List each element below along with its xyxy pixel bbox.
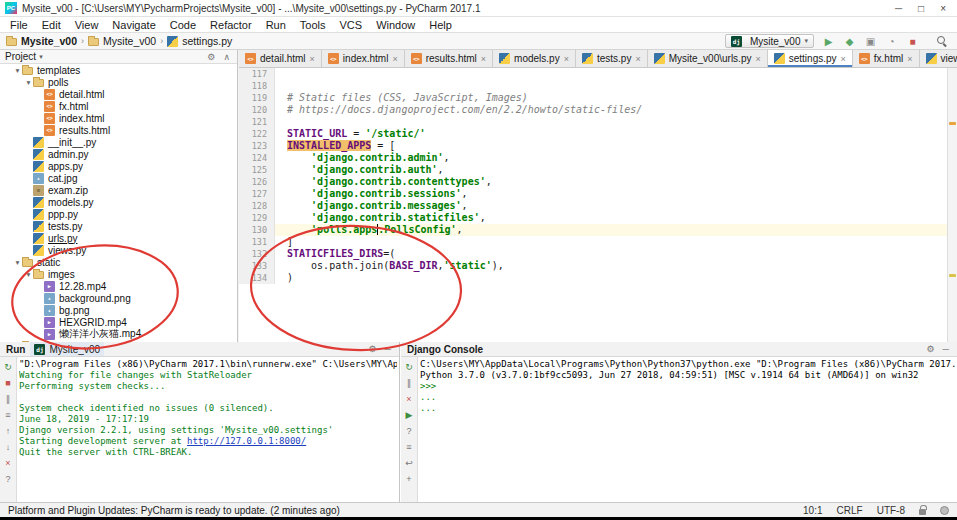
maximize-button[interactable]: □	[918, 0, 924, 17]
tree-item-polls[interactable]: ▼polls	[0, 76, 237, 88]
help-button[interactable]: ?	[403, 424, 416, 437]
project-panel-title[interactable]: Project	[5, 51, 36, 62]
tree-item-index-html[interactable]: <>index.html	[0, 112, 237, 124]
run-with-coverage-button[interactable]: ▣	[863, 34, 878, 49]
minimize-button[interactable]: ─	[895, 0, 902, 17]
menu-item-refactor[interactable]: Refactor	[203, 17, 259, 33]
close-tab-icon[interactable]: ×	[906, 54, 912, 64]
close-tab-icon[interactable]: ×	[754, 54, 760, 64]
tree-item-cat-jpg[interactable]: ▴cat.jpg	[0, 172, 237, 184]
tree-item-ppp-py[interactable]: ppp.py	[0, 208, 237, 220]
tree-item-admin-py[interactable]: admin.py	[0, 148, 237, 160]
scroll-down-button[interactable]: ↓	[2, 440, 15, 453]
menu-item-tools[interactable]: Tools	[293, 17, 333, 33]
tree-item-fx-html[interactable]: <>fx.html	[0, 100, 237, 112]
breadcrumb-item-mysite-v00[interactable]: Mysite_v00	[88, 35, 156, 47]
scroll-up-button[interactable]: ↑	[2, 424, 15, 437]
menu-item-edit[interactable]: Edit	[35, 17, 68, 33]
caret-position-widget[interactable]: 10:1	[803, 505, 822, 516]
collapse-all-icon[interactable]: ∧	[221, 52, 232, 62]
django-console-output[interactable]: C:\Users\MY\AppData\Local\Programs\Pytho…	[420, 359, 955, 500]
execute-button[interactable]: ▶	[403, 408, 416, 421]
tree-item-models-py[interactable]: models.py	[0, 196, 237, 208]
close-tab-icon[interactable]: ×	[563, 54, 569, 64]
debug-button[interactable]: ◆	[842, 34, 857, 49]
tree-item-imges[interactable]: ▼imges	[0, 268, 237, 280]
run-config-select[interactable]: dj Mysite_v00 ▾	[725, 34, 814, 48]
tree-item-templates[interactable]: ▼templates	[0, 64, 237, 76]
editor-tab-settings-py[interactable]: settings.py×	[768, 50, 853, 67]
menu-item-help[interactable]: Help	[422, 17, 459, 33]
run-panel-title[interactable]: Run	[6, 344, 25, 355]
add-button[interactable]: +	[403, 472, 416, 485]
close-tab-icon[interactable]: ×	[634, 54, 640, 64]
help-button[interactable]: ?	[2, 472, 15, 485]
tree-item-bg-png[interactable]: ▴bg.png	[0, 304, 237, 316]
tree-item-init-py[interactable]: __init__.py	[0, 136, 237, 148]
stop-button[interactable]: ■	[2, 376, 15, 389]
restore-layout-button[interactable]: ≡	[2, 408, 15, 421]
encoding-widget[interactable]: UTF-8	[877, 505, 905, 516]
menu-item-vcs[interactable]: VCS	[333, 17, 370, 33]
stop-console-button[interactable]: ×	[403, 392, 416, 405]
menu-item-code[interactable]: Code	[163, 17, 203, 33]
tree-item-exam-zip[interactable]: ≡exam.zip	[0, 184, 237, 196]
menu-item-view[interactable]: View	[68, 17, 106, 33]
settings-gear-icon[interactable]: ⚙	[205, 52, 217, 62]
tree-toggle[interactable]: ▼	[13, 67, 22, 74]
menu-item-navigate[interactable]: Navigate	[105, 17, 162, 33]
tree-item-views-py[interactable]: views.py	[0, 244, 237, 256]
hide-panel-icon[interactable]: ─	[383, 344, 393, 354]
editor-tab-tests-py[interactable]: tests.py×	[576, 50, 648, 67]
stop-button[interactable]: ■	[905, 34, 920, 49]
run-button[interactable]: ▶	[821, 34, 836, 49]
tree-item-background-png[interactable]: ▴background.png	[0, 292, 237, 304]
close-tab-icon[interactable]: ×	[480, 54, 486, 64]
editor-tab-fx-html[interactable]: <>fx.html×	[853, 50, 920, 67]
tree-toggle[interactable]: ▼	[13, 259, 22, 266]
pause-button[interactable]: ∥	[403, 376, 416, 389]
editor-tab-results-html[interactable]: <>results.html×	[405, 50, 493, 67]
menu-item-run[interactable]: Run	[259, 17, 293, 33]
console-link[interactable]: http://127.0.0.1:8000/	[187, 436, 306, 446]
tree-item-mp4[interactable]: ▶懒洋洋小灰猫.mp4	[0, 328, 237, 340]
soft-wrap-button[interactable]: ↩	[403, 456, 416, 469]
hector-inspections-icon[interactable]	[940, 506, 949, 515]
rerun-button[interactable]: ↻	[2, 360, 15, 373]
breadcrumb-item-settings-py[interactable]: settings.py	[167, 35, 232, 47]
rerun-console-button[interactable]: ↻	[403, 360, 416, 373]
close-tab-icon[interactable]: ×	[391, 54, 397, 64]
menu-item-file[interactable]: File	[3, 17, 35, 33]
settings-gear-icon[interactable]: ⚙	[367, 344, 379, 354]
profiler-button[interactable]: ◔	[884, 34, 899, 49]
editor-tab-models-py[interactable]: models.py×	[493, 50, 576, 67]
search-button[interactable]	[937, 36, 947, 46]
tree-item-tests-py[interactable]: tests.py	[0, 220, 237, 232]
close-button[interactable]: ×	[940, 0, 946, 17]
project-tree[interactable]: ▼templates▼polls<>detail.html<>fx.html<>…	[0, 64, 237, 342]
hide-panel-icon[interactable]: ─	[941, 344, 951, 354]
tree-item-12-28-mp4[interactable]: ▶12.28.mp4	[0, 280, 237, 292]
run-console[interactable]: "D:\Program Files (x86)\PyCharm 2017.1\b…	[19, 359, 397, 500]
close-tab-icon[interactable]: ×	[309, 54, 315, 64]
tree-item-apps-py[interactable]: apps.py	[0, 160, 237, 172]
breadcrumb-item-mysite-v00[interactable]: Mysite_v00	[6, 35, 77, 47]
editor-scrollbar[interactable]	[947, 68, 957, 342]
settings-gear-icon[interactable]: ⚙	[925, 344, 937, 354]
line-ending-widget[interactable]: CRLF	[837, 505, 863, 516]
editor[interactable]: 117118119# Static files (CSS, JavaScript…	[239, 68, 947, 342]
tree-item-results-html[interactable]: <>results.html	[0, 124, 237, 136]
close-button[interactable]: ×	[2, 456, 15, 469]
tree-item-static[interactable]: ▼static	[0, 256, 237, 268]
editor-tab-index-html[interactable]: <>index.html×	[322, 50, 405, 67]
history-button[interactable]: ≡	[403, 440, 416, 453]
tree-item-detail-html[interactable]: <>detail.html	[0, 88, 237, 100]
tree-toggle[interactable]: ▼	[24, 79, 33, 86]
status-message[interactable]: Platform and Plugin Updates: PyCharm is …	[8, 505, 803, 516]
close-tab-icon[interactable]: ×	[840, 54, 846, 64]
pause-output-button[interactable]: ∥	[2, 392, 15, 405]
django-console-title[interactable]: Django Console	[407, 344, 483, 355]
tree-toggle[interactable]: ▼	[24, 271, 33, 278]
editor-tab-mysite-v00-urls-py[interactable]: Mysite_v00\urls.py×	[648, 50, 768, 67]
tree-item-urls-py[interactable]: urls.py	[0, 232, 237, 244]
